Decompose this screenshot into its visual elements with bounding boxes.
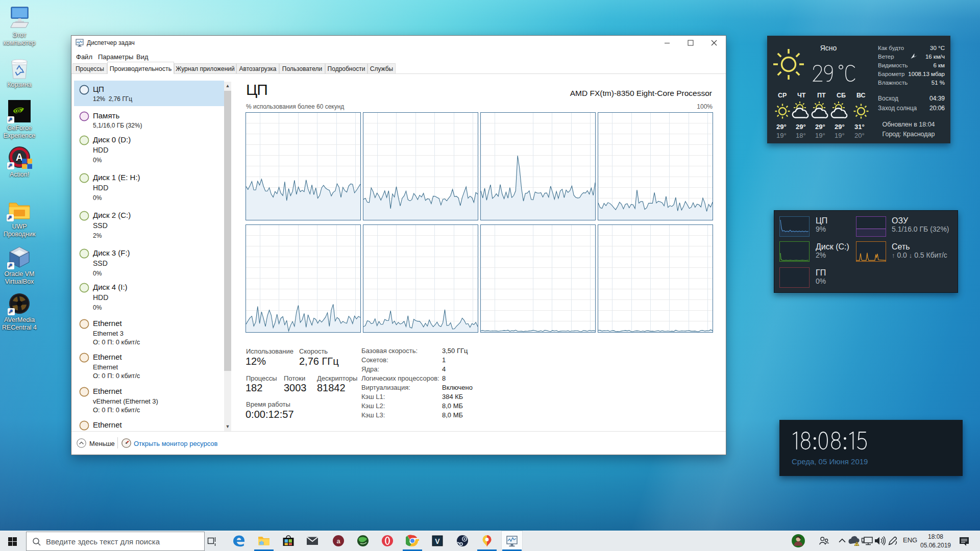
svg-text:a: a <box>336 537 340 545</box>
svg-text:V: V <box>435 537 440 545</box>
